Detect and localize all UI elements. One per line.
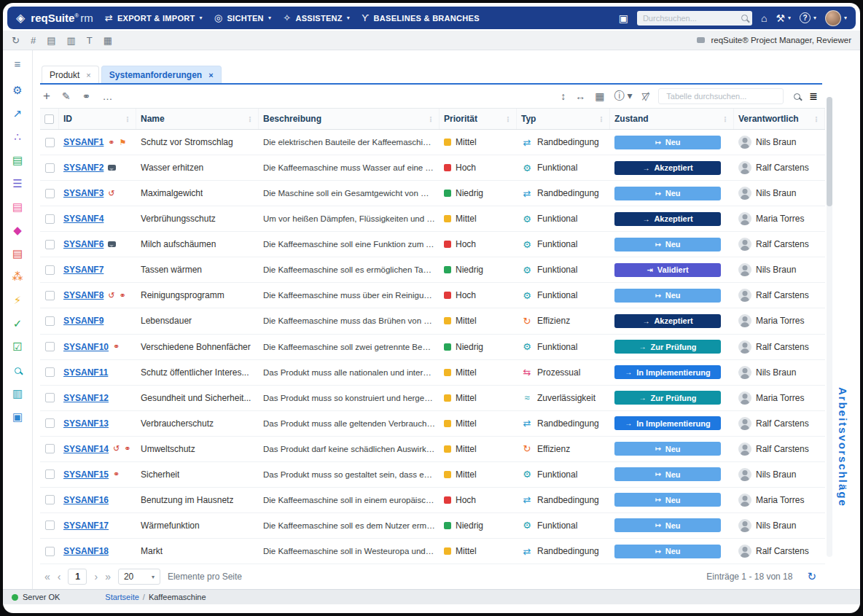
sidebar-model-icon[interactable]: ∴ xyxy=(9,129,26,145)
table-row[interactable]: SYSANF18 Markt Die Kaffeemaschine soll i… xyxy=(40,539,825,564)
table-row[interactable]: SYSANF10⚭ Verschiedene Bohnenfächer Die … xyxy=(40,335,825,360)
state-badge[interactable]: ⇥Validiert xyxy=(614,263,721,277)
column-header-priorität[interactable]: Priorität⋮ xyxy=(440,109,517,129)
row-checkbox[interactable] xyxy=(45,393,55,402)
menu-sichten[interactable]: ◎SICHTEN▾ xyxy=(214,12,271,23)
requirement-id-link[interactable]: SYSANF6 xyxy=(63,239,104,249)
column-grip-icon[interactable]: ⋮ xyxy=(427,115,434,123)
requirement-id-link[interactable]: SYSANF15 xyxy=(63,469,109,480)
sidebar-team-icon[interactable]: ⁂ xyxy=(9,269,26,285)
state-badge[interactable]: ↦Neu xyxy=(614,238,721,252)
column-grip-icon[interactable]: ⋮ xyxy=(246,115,254,123)
document-icon[interactable]: ▥ xyxy=(66,35,75,46)
table-row[interactable]: SYSANF7 Tassen wärmen Die Kaffeemaschine… xyxy=(40,257,825,283)
report-icon[interactable]: ▤ xyxy=(47,35,55,46)
row-checkbox[interactable] xyxy=(45,138,55,147)
add-icon[interactable]: + xyxy=(43,89,50,104)
table-row[interactable]: SYSANF1⚭⚑ Schutz vor Stromschlag Die ele… xyxy=(40,130,825,155)
menu-assistenz[interactable]: ✧ASSISTENZ▾ xyxy=(283,12,350,23)
tab-systemanforderungen[interactable]: Systemanforderungen× xyxy=(101,66,222,83)
sidebar-checklist-icon[interactable]: ☑ xyxy=(9,339,26,355)
sidebar-actions-icon[interactable]: ⚡ xyxy=(9,292,26,308)
row-checkbox[interactable] xyxy=(45,367,55,377)
close-icon[interactable]: × xyxy=(86,71,90,79)
column-grip-icon[interactable]: ⋮ xyxy=(124,115,131,123)
requirement-id-link[interactable]: SYSANF17 xyxy=(63,521,109,531)
next-page-button[interactable]: › xyxy=(94,571,98,582)
requirement-id-link[interactable]: SYSANF12 xyxy=(63,393,109,403)
help-menu[interactable]: ?▾ xyxy=(800,12,816,23)
requirement-id-link[interactable]: SYSANF1 xyxy=(63,137,104,147)
sidebar-shapes-icon[interactable]: ◆ xyxy=(9,222,26,238)
table-search-input[interactable] xyxy=(665,91,777,101)
device-icon[interactable]: ▣ xyxy=(619,12,628,24)
select-all-checkbox[interactable] xyxy=(44,114,54,124)
table-row[interactable]: SYSANF17 Wärmefunktion Die Kaffeemaschin… xyxy=(40,513,825,539)
archive-icon[interactable]: ▦ xyxy=(104,35,112,46)
state-badge[interactable]: →In Implementierung xyxy=(614,365,721,379)
state-badge[interactable]: →Zur Prüfung xyxy=(614,391,721,405)
table-row[interactable]: SYSANF12 Gesundheit und Sicherheit... Da… xyxy=(40,386,825,411)
state-badge[interactable]: →Zur Prüfung xyxy=(614,340,721,354)
column-header-beschreibung[interactable]: Beschreibung⋮ xyxy=(259,109,440,129)
global-search-input[interactable] xyxy=(641,13,741,23)
table-settings-icon[interactable]: ≣ xyxy=(809,90,818,102)
state-badge[interactable]: ↦Neu xyxy=(614,545,721,558)
row-checkbox[interactable] xyxy=(45,189,55,198)
sidebar-search-icon[interactable] xyxy=(9,362,26,378)
sidebar-document-pink-icon[interactable]: ▤ xyxy=(9,199,26,215)
row-checkbox[interactable] xyxy=(45,521,55,530)
row-checkbox[interactable] xyxy=(45,316,55,326)
requirement-id-link[interactable]: SYSANF18 xyxy=(63,546,109,556)
table-row[interactable]: SYSANF14↺⚭ Umweltschutz Das Produkt darf… xyxy=(40,437,825,462)
requirement-id-link[interactable]: SYSANF13 xyxy=(63,418,109,429)
table-row[interactable]: SYSANF6 Milch aufschäumen Die Kaffeemasc… xyxy=(40,232,825,257)
row-checkbox[interactable] xyxy=(45,444,55,453)
state-badge[interactable]: ↦Neu xyxy=(614,493,721,507)
sidebar-validation-icon[interactable]: ▥ xyxy=(9,386,26,402)
state-badge[interactable]: ↦Neu xyxy=(614,187,721,200)
table-row[interactable]: SYSANF13 Verbraucherschutz Das Produkt m… xyxy=(40,411,825,437)
first-page-button[interactable]: « xyxy=(44,571,50,582)
sidebar-document-red-icon[interactable]: ▤ xyxy=(9,246,26,262)
requirement-id-link[interactable]: SYSANF10 xyxy=(63,342,109,352)
column-header-typ[interactable]: Typ⋮ xyxy=(517,109,610,129)
hierarchy-icon[interactable]: # xyxy=(31,35,36,46)
home-button[interactable]: ⌂ xyxy=(761,12,767,24)
more-options-icon[interactable]: … xyxy=(102,90,112,102)
requirement-id-link[interactable]: SYSANF11 xyxy=(63,367,108,378)
table-search-icon[interactable] xyxy=(794,93,800,100)
state-badge[interactable]: →Akzeptiert xyxy=(614,314,721,328)
column-header-name[interactable]: Name⋮ xyxy=(136,109,259,129)
requirement-id-link[interactable]: SYSANF16 xyxy=(63,495,109,505)
requirement-id-link[interactable]: SYSANF4 xyxy=(63,214,104,224)
info-menu-icon[interactable]: ⓘ ▾ xyxy=(614,90,633,103)
menu-baselines-branches[interactable]: ϒBASELINES & BRANCHES xyxy=(362,12,480,23)
row-height-icon[interactable]: ↕ xyxy=(561,90,566,102)
refresh-icon[interactable]: ↻ xyxy=(12,35,20,46)
text-tool-icon[interactable]: T xyxy=(87,35,93,46)
sidebar-export-icon[interactable]: ↗ xyxy=(9,106,26,122)
table-row[interactable]: SYSANF15⚭ Sicherheit Das Produkt muss so… xyxy=(40,462,825,488)
requirement-id-link[interactable]: SYSANF2 xyxy=(63,163,104,173)
table-row[interactable]: SYSANF3↺ Maximalgewicht Die Maschine sol… xyxy=(40,181,825,206)
row-checkbox[interactable] xyxy=(45,469,55,479)
vertical-scrollbar[interactable] xyxy=(827,97,832,557)
row-checkbox[interactable] xyxy=(45,547,55,556)
requirement-id-link[interactable]: SYSANF8 xyxy=(63,290,104,300)
column-header-verantwortlich[interactable]: Verantwortlich⋮ xyxy=(734,109,825,129)
app-logo[interactable]: ◈ reqSuite®rm xyxy=(7,11,93,25)
table-row[interactable]: SYSANF9 Lebensdauer Die Kaffeemaschine m… xyxy=(40,308,825,334)
sidebar-menu-icon[interactable]: ≡ xyxy=(9,55,26,71)
table-search[interactable] xyxy=(658,88,784,104)
column-grip-icon[interactable]: ⋮ xyxy=(813,115,820,123)
menu-export-import[interactable]: ⇄EXPORT & IMPORT▾ xyxy=(105,12,203,23)
close-icon[interactable]: × xyxy=(208,71,213,79)
state-badge[interactable]: →In Implementierung xyxy=(614,416,721,430)
tab-produkt[interactable]: Produkt× xyxy=(42,66,99,83)
table-row[interactable]: SYSANF4 Verbrühungsschutz Um vor heißen … xyxy=(40,206,825,232)
link-icon[interactable]: ⚭ xyxy=(82,90,91,102)
state-badge[interactable]: ↦Neu xyxy=(614,442,721,456)
user-menu[interactable]: ▾ xyxy=(825,10,847,26)
row-checkbox[interactable] xyxy=(45,265,55,275)
